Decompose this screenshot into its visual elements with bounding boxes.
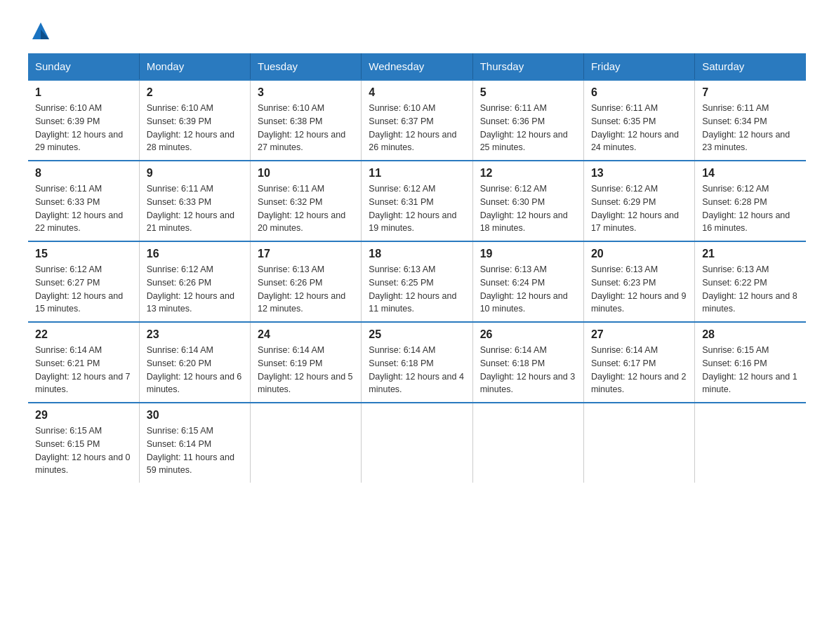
calendar-cell: 14Sunrise: 6:12 AMSunset: 6:28 PMDayligh… [695,161,806,241]
calendar-week-2: 8Sunrise: 6:11 AMSunset: 6:33 PMDaylight… [28,161,806,241]
calendar-cell: 3Sunrise: 6:10 AMSunset: 6:38 PMDaylight… [251,80,362,161]
day-info: Sunrise: 6:10 AMSunset: 6:37 PMDaylight:… [369,102,465,154]
day-number: 25 [369,328,465,341]
calendar-cell: 22Sunrise: 6:14 AMSunset: 6:21 PMDayligh… [28,322,139,403]
day-number: 5 [480,86,576,99]
day-number: 20 [591,248,687,260]
day-number: 13 [591,167,687,180]
day-info: Sunrise: 6:15 AMSunset: 6:14 PMDaylight:… [147,424,243,477]
calendar-body: 1Sunrise: 6:10 AMSunset: 6:39 PMDaylight… [28,80,806,483]
calendar-cell: 1Sunrise: 6:10 AMSunset: 6:39 PMDaylight… [28,80,139,161]
calendar-cell: 7Sunrise: 6:11 AMSunset: 6:34 PMDaylight… [695,80,806,161]
day-number: 1 [35,86,132,99]
calendar-week-4: 22Sunrise: 6:14 AMSunset: 6:21 PMDayligh… [28,322,806,403]
weekday-header-monday: Monday [139,53,250,80]
calendar-week-5: 29Sunrise: 6:15 AMSunset: 6:15 PMDayligh… [28,403,806,483]
calendar-cell [472,403,583,483]
day-info: Sunrise: 6:13 AMSunset: 6:22 PMDaylight:… [702,263,799,316]
calendar-cell [362,403,472,483]
day-number: 18 [369,248,465,260]
day-info: Sunrise: 6:15 AMSunset: 6:16 PMDaylight:… [702,344,799,396]
day-number: 27 [591,328,687,341]
calendar-cell: 28Sunrise: 6:15 AMSunset: 6:16 PMDayligh… [695,322,806,403]
day-info: Sunrise: 6:14 AMSunset: 6:20 PMDaylight:… [147,344,243,396]
calendar-cell: 24Sunrise: 6:14 AMSunset: 6:19 PMDayligh… [251,322,362,403]
day-number: 16 [147,248,243,260]
calendar-cell: 19Sunrise: 6:13 AMSunset: 6:24 PMDayligh… [472,241,583,322]
day-number: 7 [702,86,799,99]
day-info: Sunrise: 6:12 AMSunset: 6:30 PMDaylight:… [480,182,576,235]
day-info: Sunrise: 6:12 AMSunset: 6:26 PMDaylight:… [147,263,243,316]
day-info: Sunrise: 6:10 AMSunset: 6:38 PMDaylight:… [258,102,354,154]
day-number: 23 [147,328,243,341]
day-info: Sunrise: 6:11 AMSunset: 6:33 PMDaylight:… [147,182,243,235]
day-info: Sunrise: 6:11 AMSunset: 6:36 PMDaylight:… [480,102,576,154]
calendar-cell: 26Sunrise: 6:14 AMSunset: 6:18 PMDayligh… [472,322,583,403]
calendar-cell: 10Sunrise: 6:11 AMSunset: 6:32 PMDayligh… [251,161,362,241]
weekday-header-friday: Friday [583,53,694,80]
calendar-cell: 21Sunrise: 6:13 AMSunset: 6:22 PMDayligh… [695,241,806,322]
calendar-cell: 5Sunrise: 6:11 AMSunset: 6:36 PMDaylight… [472,80,583,161]
day-info: Sunrise: 6:13 AMSunset: 6:26 PMDaylight:… [258,263,354,316]
day-info: Sunrise: 6:14 AMSunset: 6:21 PMDaylight:… [35,344,132,396]
calendar-cell [583,403,694,483]
logo [28,21,52,39]
calendar-cell: 8Sunrise: 6:11 AMSunset: 6:33 PMDaylight… [28,161,139,241]
day-info: Sunrise: 6:14 AMSunset: 6:19 PMDaylight:… [258,344,354,396]
day-info: Sunrise: 6:13 AMSunset: 6:23 PMDaylight:… [591,263,687,316]
day-info: Sunrise: 6:10 AMSunset: 6:39 PMDaylight:… [35,102,132,154]
calendar-cell: 6Sunrise: 6:11 AMSunset: 6:35 PMDaylight… [583,80,694,161]
day-number: 9 [147,167,243,180]
day-info: Sunrise: 6:12 AMSunset: 6:29 PMDaylight:… [591,182,687,235]
day-number: 11 [369,167,465,180]
day-info: Sunrise: 6:12 AMSunset: 6:31 PMDaylight:… [369,182,465,235]
page-header [28,21,806,39]
day-number: 21 [702,248,799,260]
day-info: Sunrise: 6:11 AMSunset: 6:32 PMDaylight:… [258,182,354,235]
day-number: 3 [258,86,354,99]
day-number: 12 [480,167,576,180]
calendar-cell: 20Sunrise: 6:13 AMSunset: 6:23 PMDayligh… [583,241,694,322]
calendar-cell: 13Sunrise: 6:12 AMSunset: 6:29 PMDayligh… [583,161,694,241]
weekday-header-row: SundayMondayTuesdayWednesdayThursdayFrid… [28,53,806,80]
calendar-table: SundayMondayTuesdayWednesdayThursdayFrid… [28,53,806,483]
calendar-cell [695,403,806,483]
calendar-week-3: 15Sunrise: 6:12 AMSunset: 6:27 PMDayligh… [28,241,806,322]
day-number: 4 [369,86,465,99]
calendar-cell: 12Sunrise: 6:12 AMSunset: 6:30 PMDayligh… [472,161,583,241]
calendar-cell: 4Sunrise: 6:10 AMSunset: 6:37 PMDaylight… [362,80,472,161]
day-info: Sunrise: 6:11 AMSunset: 6:33 PMDaylight:… [35,182,132,235]
day-number: 29 [35,409,132,422]
day-number: 15 [35,248,132,260]
calendar-cell: 18Sunrise: 6:13 AMSunset: 6:25 PMDayligh… [362,241,472,322]
day-info: Sunrise: 6:11 AMSunset: 6:34 PMDaylight:… [702,102,799,154]
day-info: Sunrise: 6:12 AMSunset: 6:27 PMDaylight:… [35,263,132,316]
calendar-cell: 16Sunrise: 6:12 AMSunset: 6:26 PMDayligh… [139,241,250,322]
day-number: 10 [258,167,354,180]
day-info: Sunrise: 6:13 AMSunset: 6:24 PMDaylight:… [480,263,576,316]
calendar-cell: 25Sunrise: 6:14 AMSunset: 6:18 PMDayligh… [362,322,472,403]
weekday-header-wednesday: Wednesday [362,53,472,80]
calendar-cell: 29Sunrise: 6:15 AMSunset: 6:15 PMDayligh… [28,403,139,483]
calendar-cell [251,403,362,483]
calendar-cell: 11Sunrise: 6:12 AMSunset: 6:31 PMDayligh… [362,161,472,241]
day-info: Sunrise: 6:13 AMSunset: 6:25 PMDaylight:… [369,263,465,316]
calendar-cell: 2Sunrise: 6:10 AMSunset: 6:39 PMDaylight… [139,80,250,161]
logo-icon [29,20,52,42]
weekday-header-sunday: Sunday [28,53,139,80]
weekday-header-saturday: Saturday [695,53,806,80]
day-number: 8 [35,167,132,180]
calendar-cell: 17Sunrise: 6:13 AMSunset: 6:26 PMDayligh… [251,241,362,322]
day-number: 26 [480,328,576,341]
day-info: Sunrise: 6:10 AMSunset: 6:39 PMDaylight:… [147,102,243,154]
weekday-header-tuesday: Tuesday [251,53,362,80]
day-info: Sunrise: 6:15 AMSunset: 6:15 PMDaylight:… [35,424,132,477]
calendar-cell: 9Sunrise: 6:11 AMSunset: 6:33 PMDaylight… [139,161,250,241]
day-number: 17 [258,248,354,260]
day-number: 6 [591,86,687,99]
day-info: Sunrise: 6:14 AMSunset: 6:18 PMDaylight:… [480,344,576,396]
day-number: 2 [147,86,243,99]
calendar-cell: 30Sunrise: 6:15 AMSunset: 6:14 PMDayligh… [139,403,250,483]
day-number: 24 [258,328,354,341]
weekday-header-thursday: Thursday [472,53,583,80]
